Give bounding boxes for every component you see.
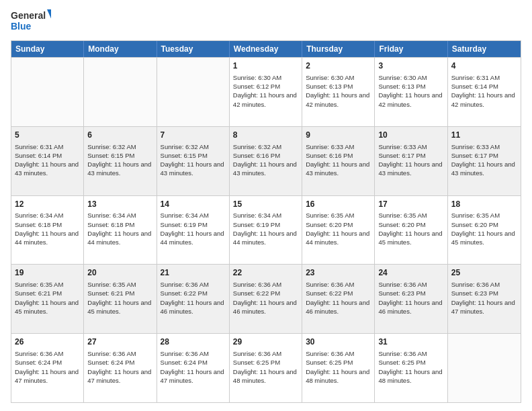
cal-cell-4-3: 29 Sunrise: 6:36 AM Sunset: 6:25 PM Dayl… <box>230 334 302 402</box>
cal-cell-3-5: 24 Sunrise: 6:36 AM Sunset: 6:23 PM Dayl… <box>375 265 447 333</box>
cal-cell-2-2: 14 Sunrise: 6:34 AM Sunset: 6:19 PM Dayl… <box>157 196 230 265</box>
sunset-text: Sunset: 6:22 PM <box>306 289 353 297</box>
daylight-text: Daylight: 11 hours and 47 minutes. <box>161 368 224 384</box>
day-number: 3 <box>378 60 443 72</box>
sunset-text: Sunset: 6:21 PM <box>15 289 62 297</box>
sunset-text: Sunset: 6:15 PM <box>161 152 208 159</box>
sunset-text: Sunset: 6:13 PM <box>306 83 353 90</box>
sunset-text: Sunset: 6:20 PM <box>378 221 425 228</box>
sunrise-text: Sunrise: 6:31 AM <box>451 74 500 81</box>
daylight-text: Daylight: 11 hours and 47 minutes. <box>87 368 151 384</box>
sunrise-text: Sunrise: 6:32 AM <box>161 143 209 150</box>
svg-text:General: General <box>11 10 46 21</box>
sunrise-text: Sunrise: 6:32 AM <box>87 143 136 150</box>
daylight-text: Daylight: 11 hours and 46 minutes. <box>306 299 369 315</box>
sunrise-text: Sunrise: 6:34 AM <box>15 212 63 219</box>
sunset-text: Sunset: 6:20 PM <box>451 221 498 228</box>
day-number: 21 <box>161 267 226 279</box>
day-number: 10 <box>378 130 443 141</box>
sunset-text: Sunset: 6:18 PM <box>87 221 134 228</box>
sunrise-text: Sunrise: 6:35 AM <box>451 212 500 219</box>
sunset-text: Sunset: 6:17 PM <box>451 152 498 159</box>
day-number: 7 <box>161 130 226 141</box>
cal-cell-3-4: 23 Sunrise: 6:36 AM Sunset: 6:22 PM Dayl… <box>302 265 375 333</box>
sunset-text: Sunset: 6:12 PM <box>233 83 280 90</box>
daylight-text: Daylight: 11 hours and 43 minutes. <box>306 161 369 177</box>
header: General Blue <box>11 8 521 35</box>
week-row-2: 5 Sunrise: 6:31 AM Sunset: 6:14 PM Dayli… <box>11 126 521 195</box>
sunrise-text: Sunrise: 6:33 AM <box>378 143 427 150</box>
header-day-sunday: Sunday <box>11 41 84 57</box>
logo: General Blue <box>11 8 51 35</box>
sunrise-text: Sunrise: 6:36 AM <box>161 281 209 288</box>
sunset-text: Sunset: 6:20 PM <box>306 221 353 228</box>
daylight-text: Daylight: 11 hours and 42 minutes. <box>233 91 297 107</box>
day-number: 29 <box>233 336 298 348</box>
sunset-text: Sunset: 6:14 PM <box>451 83 498 90</box>
daylight-text: Daylight: 11 hours and 48 minutes. <box>233 368 297 384</box>
cal-cell-1-6: 11 Sunrise: 6:33 AM Sunset: 6:17 PM Dayl… <box>448 127 521 195</box>
day-number: 16 <box>306 199 371 210</box>
daylight-text: Daylight: 11 hours and 44 minutes. <box>306 230 369 246</box>
sunset-text: Sunset: 6:16 PM <box>233 152 280 159</box>
sunset-text: Sunset: 6:25 PM <box>378 359 425 366</box>
daylight-text: Daylight: 11 hours and 46 minutes. <box>233 299 297 315</box>
daylight-text: Daylight: 11 hours and 45 minutes. <box>451 230 515 246</box>
calendar: SundayMondayTuesdayWednesdayThursdayFrid… <box>11 40 521 403</box>
daylight-text: Daylight: 11 hours and 43 minutes. <box>15 161 79 177</box>
daylight-text: Daylight: 11 hours and 47 minutes. <box>15 368 79 384</box>
day-number: 9 <box>306 130 371 141</box>
cal-cell-4-5: 31 Sunrise: 6:36 AM Sunset: 6:25 PM Dayl… <box>375 334 447 402</box>
week-row-5: 26 Sunrise: 6:36 AM Sunset: 6:24 PM Dayl… <box>11 333 521 402</box>
sunset-text: Sunset: 6:18 PM <box>15 221 62 228</box>
day-number: 4 <box>451 60 517 72</box>
sunset-text: Sunset: 6:14 PM <box>15 152 62 159</box>
cal-cell-2-1: 13 Sunrise: 6:34 AM Sunset: 6:18 PM Dayl… <box>84 196 157 265</box>
sunrise-text: Sunrise: 6:34 AM <box>87 212 136 219</box>
cal-cell-2-4: 16 Sunrise: 6:35 AM Sunset: 6:20 PM Dayl… <box>302 196 375 265</box>
daylight-text: Daylight: 11 hours and 43 minutes. <box>233 161 297 177</box>
daylight-text: Daylight: 11 hours and 43 minutes. <box>87 161 151 177</box>
cal-cell-0-6: 4 Sunrise: 6:31 AM Sunset: 6:14 PM Dayli… <box>448 58 521 126</box>
day-number: 8 <box>233 130 298 141</box>
sunrise-text: Sunrise: 6:36 AM <box>451 281 500 288</box>
sunset-text: Sunset: 6:22 PM <box>161 289 208 297</box>
day-number: 23 <box>306 267 371 279</box>
sunrise-text: Sunrise: 6:35 AM <box>306 212 354 219</box>
cal-cell-0-1 <box>84 58 157 126</box>
day-number: 12 <box>15 199 80 210</box>
sunrise-text: Sunrise: 6:30 AM <box>233 74 281 81</box>
week-row-4: 19 Sunrise: 6:35 AM Sunset: 6:21 PM Dayl… <box>11 264 521 333</box>
sunset-text: Sunset: 6:17 PM <box>378 152 425 159</box>
daylight-text: Daylight: 11 hours and 44 minutes. <box>87 230 151 246</box>
day-number: 11 <box>451 130 517 141</box>
svg-text:Blue: Blue <box>11 21 32 32</box>
cal-cell-4-2: 28 Sunrise: 6:36 AM Sunset: 6:24 PM Dayl… <box>157 334 230 402</box>
sunrise-text: Sunrise: 6:36 AM <box>306 350 354 357</box>
sunrise-text: Sunrise: 6:36 AM <box>233 350 281 357</box>
sunrise-text: Sunrise: 6:34 AM <box>161 212 209 219</box>
day-number: 2 <box>306 60 371 72</box>
daylight-text: Daylight: 11 hours and 43 minutes. <box>378 161 442 177</box>
daylight-text: Daylight: 11 hours and 43 minutes. <box>451 161 515 177</box>
daylight-text: Daylight: 11 hours and 42 minutes. <box>378 91 442 107</box>
svg-marker-2 <box>47 9 51 21</box>
day-number: 26 <box>15 336 80 348</box>
sunset-text: Sunset: 6:19 PM <box>161 221 208 228</box>
header-day-thursday: Thursday <box>302 41 375 57</box>
cal-cell-2-0: 12 Sunrise: 6:34 AM Sunset: 6:18 PM Dayl… <box>11 196 84 265</box>
daylight-text: Daylight: 11 hours and 43 minutes. <box>161 161 224 177</box>
cal-cell-2-5: 17 Sunrise: 6:35 AM Sunset: 6:20 PM Dayl… <box>375 196 447 265</box>
day-number: 15 <box>233 199 298 210</box>
sunrise-text: Sunrise: 6:33 AM <box>306 143 354 150</box>
day-number: 25 <box>451 267 517 279</box>
day-number: 19 <box>15 267 80 279</box>
cal-cell-3-1: 20 Sunrise: 6:35 AM Sunset: 6:21 PM Dayl… <box>84 265 157 333</box>
sunset-text: Sunset: 6:16 PM <box>306 152 353 159</box>
sunrise-text: Sunrise: 6:35 AM <box>15 281 63 288</box>
sunset-text: Sunset: 6:23 PM <box>378 289 425 297</box>
cal-cell-1-2: 7 Sunrise: 6:32 AM Sunset: 6:15 PM Dayli… <box>157 127 230 195</box>
cal-cell-4-0: 26 Sunrise: 6:36 AM Sunset: 6:24 PM Dayl… <box>11 334 84 402</box>
sunset-text: Sunset: 6:24 PM <box>87 359 134 366</box>
cal-cell-3-6: 25 Sunrise: 6:36 AM Sunset: 6:23 PM Dayl… <box>448 265 521 333</box>
